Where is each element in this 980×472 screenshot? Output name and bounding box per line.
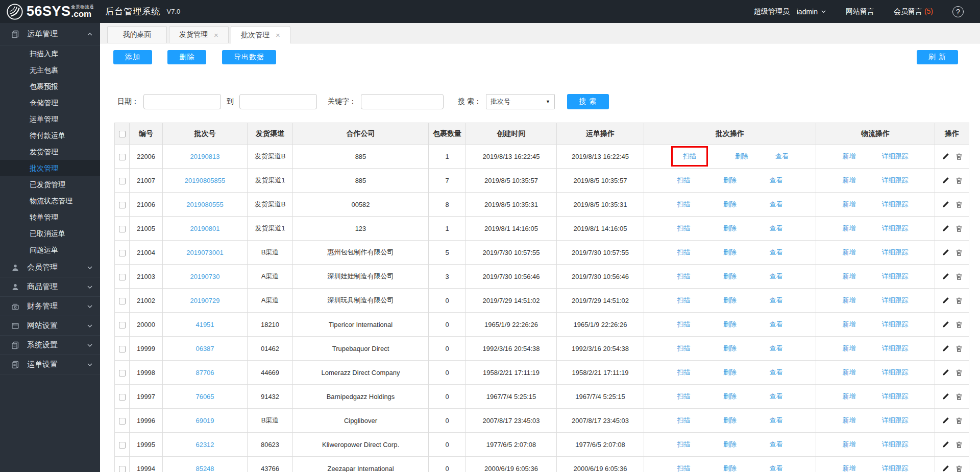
track-link[interactable]: 详细跟踪 (882, 248, 909, 257)
row-checkbox[interactable] (119, 298, 126, 304)
site-messages-link[interactable]: 网站留言 (846, 7, 874, 16)
view-link[interactable]: 查看 (770, 392, 783, 401)
batch-no-link[interactable]: 20190801 (190, 225, 220, 232)
view-link[interactable]: 查看 (770, 272, 783, 281)
scan-link[interactable]: 扫描 (677, 464, 691, 472)
tab-my-desktop[interactable]: 我的桌面 (107, 26, 167, 43)
sidebar-subitem-shipping-management[interactable]: 发货管理 (0, 144, 100, 160)
scan-link[interactable]: 扫描 (677, 416, 691, 425)
sidebar-item-member-management[interactable]: 会员管理 (0, 258, 100, 277)
add-link[interactable]: 新增 (842, 224, 855, 233)
add-link[interactable]: 新增 (842, 152, 855, 161)
scan-link[interactable]: 扫描 (677, 248, 691, 257)
scan-link[interactable]: 扫描 (683, 152, 696, 160)
trash-icon[interactable] (955, 441, 963, 449)
track-link[interactable]: 详细跟踪 (882, 416, 909, 425)
track-link[interactable]: 详细跟踪 (882, 272, 909, 281)
add-link[interactable]: 新增 (842, 440, 855, 449)
add-link[interactable]: 新增 (842, 344, 855, 353)
row-checkbox[interactable] (119, 274, 126, 280)
sidebar-item-system-settings[interactable]: 系统设置 (0, 336, 100, 355)
view-link[interactable]: 查看 (770, 368, 783, 377)
row-checkbox[interactable] (119, 346, 126, 352)
scan-link[interactable]: 扫描 (677, 200, 691, 209)
row-checkbox[interactable] (119, 394, 126, 400)
edit-icon[interactable] (942, 321, 949, 328)
view-link[interactable]: 查看 (770, 224, 783, 233)
close-icon[interactable]: × (276, 31, 280, 39)
edit-icon[interactable] (942, 465, 949, 472)
batch-no-link[interactable]: 06387 (195, 345, 214, 352)
add-link[interactable]: 新增 (842, 296, 855, 305)
track-link[interactable]: 详细跟踪 (882, 152, 909, 161)
add-link[interactable]: 新增 (842, 368, 855, 377)
trash-icon[interactable] (955, 321, 963, 328)
row-checkbox[interactable] (119, 466, 126, 472)
batch-no-link[interactable]: 62312 (195, 441, 214, 449)
row-checkbox[interactable] (119, 370, 126, 376)
delete-link[interactable]: 删除 (723, 272, 737, 281)
view-link[interactable]: 查看 (770, 248, 783, 257)
edit-icon[interactable] (942, 153, 949, 160)
sidebar-subitem-shipped-management[interactable]: 已发货管理 (0, 176, 100, 193)
sidebar-subitem-scan-inbound[interactable]: 扫描入库 (0, 45, 100, 62)
sidebar-item-site-settings[interactable]: 网站设置 (0, 316, 100, 336)
sidebar-subitem-pending-payment-waybill[interactable]: 待付款运单 (0, 127, 100, 144)
delete-link[interactable]: 删除 (723, 224, 737, 233)
sidebar-item-product-management[interactable]: 商品管理 (0, 277, 100, 297)
row-checkbox[interactable] (119, 178, 126, 184)
trash-icon[interactable] (955, 225, 963, 232)
delete-link[interactable]: 删除 (723, 200, 737, 209)
edit-icon[interactable] (942, 225, 949, 232)
member-messages-link[interactable]: 会员留言 (5) (894, 7, 933, 16)
close-icon[interactable]: × (214, 31, 218, 39)
track-link[interactable]: 详细跟踪 (882, 464, 909, 472)
sidebar-subitem-batch-management[interactable]: 批次管理 (0, 160, 100, 176)
keyword-input[interactable] (361, 94, 444, 109)
edit-icon[interactable] (942, 273, 949, 280)
trash-icon[interactable] (955, 273, 963, 280)
view-link[interactable]: 查看 (770, 440, 783, 449)
tab-batch-management[interactable]: 批次管理× (231, 26, 290, 43)
sidebar-item-waybill-management[interactable]: 运单管理 (0, 23, 100, 45)
add-link[interactable]: 新增 (842, 320, 855, 329)
delete-link[interactable]: 删除 (723, 320, 737, 329)
row-checkbox[interactable] (119, 226, 126, 232)
delete-link[interactable]: 删除 (723, 392, 737, 401)
sidebar-subitem-warehouse-management[interactable]: 仓储管理 (0, 95, 100, 111)
help-icon[interactable]: ? (952, 6, 964, 17)
delete-link[interactable]: 删除 (735, 152, 748, 161)
trash-icon[interactable] (955, 201, 963, 208)
view-link[interactable]: 查看 (770, 200, 783, 209)
sidebar-subitem-package-forecast[interactable]: 包裹预报 (0, 78, 100, 95)
edit-icon[interactable] (942, 177, 949, 184)
batch-no-link[interactable]: 87706 (195, 369, 214, 376)
delete-link[interactable]: 删除 (723, 368, 737, 377)
view-link[interactable]: 查看 (770, 464, 783, 472)
edit-icon[interactable] (942, 417, 949, 424)
view-link[interactable]: 查看 (770, 344, 783, 353)
track-link[interactable]: 详细跟踪 (882, 296, 909, 305)
export-button[interactable]: 导出数据 (222, 50, 276, 64)
add-link[interactable]: 新增 (842, 272, 855, 281)
track-link[interactable]: 详细跟踪 (882, 176, 909, 185)
sidebar-item-finance-management[interactable]: 财务管理 (0, 297, 100, 316)
add-link[interactable]: 新增 (842, 416, 855, 425)
search-button[interactable]: 搜 索 (567, 94, 609, 109)
view-link[interactable]: 查看 (775, 152, 789, 161)
view-link[interactable]: 查看 (770, 416, 783, 425)
trash-icon[interactable] (955, 153, 963, 160)
delete-link[interactable]: 删除 (723, 176, 737, 185)
delete-button[interactable]: 删除 (167, 50, 206, 64)
trash-icon[interactable] (955, 369, 963, 376)
trash-icon[interactable] (955, 393, 963, 400)
delete-link[interactable]: 删除 (723, 464, 737, 472)
sidebar-subitem-logistics-status-management[interactable]: 物流状态管理 (0, 193, 100, 209)
scan-link[interactable]: 扫描 (677, 176, 691, 185)
view-link[interactable]: 查看 (770, 176, 783, 185)
batch-no-link[interactable]: 20190729 (190, 297, 220, 304)
delete-link[interactable]: 删除 (723, 416, 737, 425)
edit-icon[interactable] (942, 345, 949, 352)
track-link[interactable]: 详细跟踪 (882, 224, 909, 233)
row-checkbox[interactable] (119, 154, 126, 160)
